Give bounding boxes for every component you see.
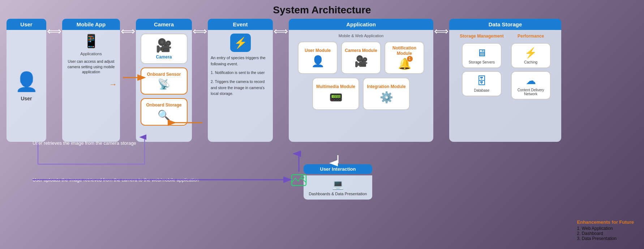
camera-col-header: Camera: [136, 19, 192, 30]
multimedia-module-label: Multimedia Module: [316, 84, 355, 89]
user-module-box: User Module 👤: [298, 42, 338, 74]
user-module-icon: 👤: [311, 55, 325, 67]
event-col-header: Event: [208, 19, 273, 30]
storage-servers-label: Storage Servers: [469, 60, 495, 64]
arrow-application-datastorage: ⟺: [434, 19, 448, 37]
onboard-storage-label: Onboard Storage: [146, 102, 181, 108]
user-column: User 👤 User: [7, 19, 46, 142]
arrow-user-mobileapp: ⟺: [47, 19, 61, 37]
caching-label: Caching: [524, 60, 537, 64]
event-lightning-icon: ⚡: [234, 36, 247, 49]
integration-module-icon: ⚙️: [380, 91, 393, 104]
multimedia-module-icon: 📟: [329, 91, 343, 104]
user-interaction-container: User Interaction 💻 Dashboards & Data Pre…: [304, 164, 372, 200]
event-icon-box: ⚡: [230, 34, 251, 52]
arrow-event-application: ⟺: [274, 19, 288, 37]
database-box: 🗄 Database: [462, 71, 502, 96]
camera-module-app-box: Camera Module 🎥: [341, 42, 381, 74]
performance-title: Performance: [518, 34, 544, 39]
event-description: An entry of species triggers the followi…: [211, 55, 270, 67]
enhancements-title: Enhancements for Future: [577, 219, 634, 225]
performance-section: Performance ⚡ Caching ☁ Content Delivery…: [511, 34, 551, 100]
retrieves-text: User retrieves the image from the camera…: [33, 140, 136, 147]
datastorage-col-header: Data Storage: [449, 19, 561, 30]
camera-module-label: Camera: [156, 54, 172, 60]
notification-module-label: Notification Module: [387, 45, 421, 56]
integration-module-label: Integration Module: [367, 84, 405, 89]
mobileapp-icon: 📱: [83, 34, 99, 49]
caching-box: ⚡ Caching: [511, 43, 551, 68]
notification-badge: 1: [407, 56, 413, 62]
enhancement-item-2: 2. Dashboard: [577, 231, 634, 236]
camera-column: Camera 🎥 Camera Onboard Sensor 📡 Onboard…: [136, 19, 192, 142]
onboard-sensor-icon: 📡: [158, 78, 170, 90]
page-title: System Architecture: [0, 0, 644, 19]
user-interaction-body: 💻 Dashboards & Data Presentation: [304, 175, 372, 200]
camera-module-app-icon: 🎥: [355, 55, 368, 67]
onboard-sensor-label: Onboard Sensor: [147, 72, 181, 77]
user-interaction-header: User Interaction: [304, 164, 372, 174]
image-upload-icon: [291, 172, 307, 189]
enhancement-item-3: 3. Data Presentation: [577, 236, 634, 241]
mobileapp-app-label: Applications: [80, 52, 102, 56]
user-col-header: User: [7, 19, 46, 30]
main-container: User 👤 User ⟺ Mobile App 📱 Applications …: [0, 19, 644, 247]
cdn-label: Content Delivery Network: [514, 88, 548, 96]
mobileapp-column: Mobile App 📱 Applications User can acces…: [62, 19, 120, 142]
notification-module-box: Notification Module 🔔 1: [385, 42, 424, 74]
onboard-storage-box: Onboard Storage 🔍: [141, 98, 188, 125]
enhancements-box: Enhancements for Future 1. Web Applicati…: [577, 219, 634, 241]
enhancement-item-1: 1. Web Application: [577, 226, 634, 231]
onboard-storage-icon: 🔍: [158, 109, 170, 121]
event-item-2: 2. Triggers the camera to record and sto…: [211, 79, 270, 97]
camera-module-app-label: Camera Module: [345, 48, 377, 53]
orange-arrow-mobileapp-camera: →: [109, 80, 117, 89]
storage-servers-icon: 🖥: [477, 47, 487, 59]
event-column: Event ⚡ An entry of species triggers the…: [208, 19, 273, 142]
application-col-header: Application: [289, 19, 433, 30]
storage-management-title: Storage Management: [460, 34, 503, 39]
application-column: Application Mobile & Web Application Use…: [289, 19, 433, 142]
onboard-sensor-box: Onboard Sensor 📡: [141, 67, 188, 95]
arrow-camera-event: ⟺: [193, 19, 207, 37]
notification-module-icon: 🔔 1: [398, 57, 411, 70]
user-icon: 👤: [15, 71, 38, 93]
mobileapp-col-header: Mobile App: [62, 19, 120, 30]
event-item-1: 1. Notification is sent to the user: [211, 70, 265, 76]
cdn-icon: ☁: [526, 75, 536, 87]
user-label: User: [21, 96, 32, 101]
arrow-mobileapp-camera: ⟺: [121, 19, 135, 37]
storage-management-section: Storage Management 🖥 Storage Servers 🗄 D…: [460, 34, 503, 100]
mobile-web-app-label: Mobile & Web Application: [339, 34, 384, 38]
database-label: Database: [474, 88, 490, 92]
storage-servers-box: 🖥 Storage Servers: [462, 43, 502, 68]
datastorage-column: Data Storage Storage Management 🖥 Storag…: [449, 19, 561, 142]
app-modules-top-row: User Module 👤 Camera Module 🎥 Notificati…: [292, 42, 430, 74]
mobileapp-description: User can access and adjust camera settin…: [65, 59, 117, 75]
caching-icon: ⚡: [524, 47, 537, 59]
uploads-text: User uploads the image retrieved from th…: [33, 177, 199, 183]
database-icon: 🗄: [477, 75, 487, 87]
datastorage-sections: Storage Management 🖥 Storage Servers 🗄 D…: [452, 34, 558, 100]
cdn-box: ☁ Content Delivery Network: [511, 71, 551, 100]
integration-module-box: Integration Module ⚙️: [363, 78, 410, 110]
user-module-label: User Module: [305, 48, 331, 53]
app-modules-bottom-row: Multimedia Module 📟 Integration Module ⚙…: [292, 78, 430, 110]
camera-module-box: 🎥 Camera: [141, 34, 188, 64]
camera-icon: 🎥: [156, 38, 172, 53]
dashboard-label: Dashboards & Data Presentation: [307, 192, 369, 196]
multimedia-module-box: Multimedia Module 📟: [312, 78, 359, 110]
dashboard-icon: 💻: [307, 179, 369, 190]
